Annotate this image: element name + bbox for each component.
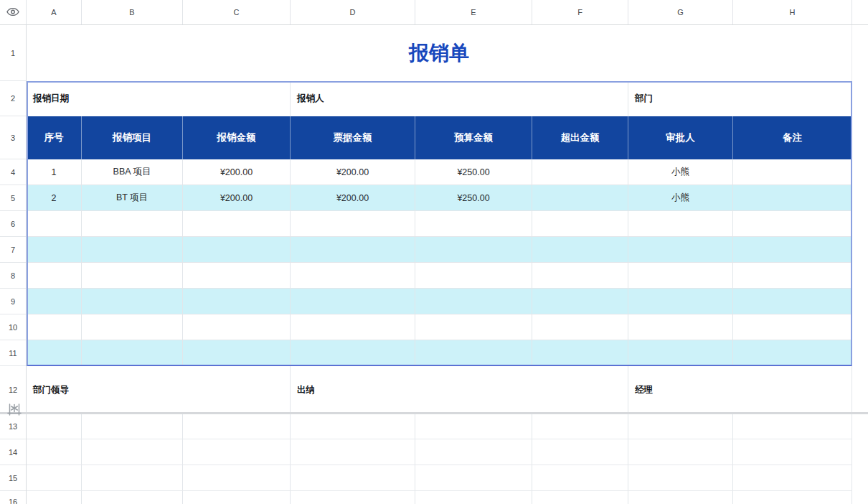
th-notes[interactable]: 备注 <box>733 116 852 159</box>
cell[interactable] <box>532 211 628 236</box>
cell[interactable] <box>733 491 852 504</box>
row-header-2[interactable]: 2 <box>0 81 26 116</box>
cell[interactable] <box>532 289 628 314</box>
cell[interactable] <box>183 289 291 314</box>
cell[interactable] <box>27 289 82 314</box>
cell[interactable] <box>82 289 183 314</box>
cell[interactable] <box>415 211 532 236</box>
row-header-4[interactable]: 4 <box>0 159 26 185</box>
cell[interactable] <box>291 289 415 314</box>
reimburser-cell[interactable]: 报销人 <box>291 81 628 116</box>
cell[interactable] <box>415 340 532 365</box>
cell[interactable] <box>415 414 532 439</box>
th-item[interactable]: 报销项目 <box>82 116 183 159</box>
th-invoice-amount[interactable]: 票据金额 <box>291 116 415 159</box>
cell[interactable] <box>733 263 852 288</box>
cell[interactable] <box>183 314 291 340</box>
cell[interactable] <box>733 414 852 439</box>
cell[interactable] <box>27 340 82 365</box>
column-header-b[interactable]: B <box>82 0 183 24</box>
cell[interactable] <box>628 237 733 262</box>
cell[interactable] <box>291 439 415 465</box>
cell[interactable] <box>415 289 532 314</box>
th-excess-amount[interactable]: 超出金额 <box>532 116 628 159</box>
column-header-f[interactable]: F <box>532 0 628 24</box>
cell[interactable] <box>628 491 733 504</box>
row-header-8[interactable]: 8 <box>0 263 26 289</box>
cell[interactable] <box>532 237 628 262</box>
cell[interactable] <box>415 465 532 490</box>
cell-b4[interactable]: BBA 项目 <box>82 159 183 185</box>
column-header-h[interactable]: H <box>733 0 852 24</box>
cell[interactable] <box>733 439 852 465</box>
cell[interactable] <box>291 237 415 262</box>
cell-h5[interactable] <box>733 185 852 210</box>
row-header-9[interactable]: 9 <box>0 289 26 314</box>
cell[interactable] <box>291 414 415 439</box>
cell[interactable] <box>532 414 628 439</box>
cell[interactable] <box>82 439 183 465</box>
cell[interactable] <box>628 314 733 340</box>
column-header-c[interactable]: C <box>183 0 291 24</box>
row-header-7[interactable]: 7 <box>0 237 26 263</box>
cell-g5[interactable]: 小熊 <box>628 185 733 210</box>
cell[interactable] <box>415 439 532 465</box>
cell[interactable] <box>291 314 415 340</box>
cell-d5[interactable]: ¥200.00 <box>291 185 415 210</box>
column-header-g[interactable]: G <box>628 0 733 24</box>
cell[interactable] <box>733 314 852 340</box>
cell[interactable] <box>628 439 733 465</box>
cell[interactable] <box>628 211 733 236</box>
cell[interactable] <box>183 211 291 236</box>
th-approver[interactable]: 审批人 <box>628 116 733 159</box>
cell[interactable] <box>733 211 852 236</box>
column-header-a[interactable]: A <box>27 0 82 24</box>
th-budget-amount[interactable]: 预算金额 <box>415 116 532 159</box>
department-cell[interactable]: 部门 <box>628 81 852 116</box>
cell[interactable] <box>291 211 415 236</box>
row-header-15[interactable]: 15 <box>0 465 26 491</box>
cell[interactable] <box>532 491 628 504</box>
cell[interactable] <box>415 237 532 262</box>
reimburse-date-cell[interactable]: 报销日期 <box>27 81 291 116</box>
row-header-14[interactable]: 14 <box>0 439 26 465</box>
cell[interactable] <box>183 237 291 262</box>
manager-cell[interactable]: 经理 <box>628 366 852 414</box>
cell[interactable] <box>82 237 183 262</box>
cell[interactable] <box>27 263 82 288</box>
cell[interactable] <box>415 263 532 288</box>
column-header-d[interactable]: D <box>291 0 415 24</box>
cell[interactable] <box>415 491 532 504</box>
cashier-cell[interactable]: 出纳 <box>291 366 628 414</box>
cell[interactable] <box>82 211 183 236</box>
freeze-divider[interactable] <box>0 412 868 414</box>
cell[interactable] <box>183 340 291 365</box>
cell-d4[interactable]: ¥200.00 <box>291 159 415 185</box>
th-claim-amount[interactable]: 报销金额 <box>183 116 291 159</box>
cell[interactable] <box>291 340 415 365</box>
cell-b5[interactable]: BT 项目 <box>82 185 183 210</box>
title-cell[interactable]: 报销单 <box>27 25 852 81</box>
cell[interactable] <box>27 439 82 465</box>
cell[interactable] <box>82 314 183 340</box>
cell[interactable] <box>532 465 628 490</box>
cell[interactable] <box>532 340 628 365</box>
cell[interactable] <box>82 491 183 504</box>
cell[interactable] <box>183 491 291 504</box>
cell[interactable] <box>27 414 82 439</box>
cell[interactable] <box>291 465 415 490</box>
cell[interactable] <box>27 237 82 262</box>
cell[interactable] <box>183 414 291 439</box>
cell[interactable] <box>291 491 415 504</box>
cell[interactable] <box>82 414 183 439</box>
cell[interactable] <box>291 263 415 288</box>
select-all-corner[interactable] <box>0 0 27 24</box>
cell[interactable] <box>733 237 852 262</box>
cell[interactable] <box>733 289 852 314</box>
column-header-e[interactable]: E <box>415 0 532 24</box>
cell-f4[interactable] <box>532 159 628 185</box>
cell[interactable] <box>733 465 852 490</box>
cell[interactable] <box>82 263 183 288</box>
freeze-handle-icon[interactable] <box>7 403 22 419</box>
cell-a4[interactable]: 1 <box>27 159 82 185</box>
